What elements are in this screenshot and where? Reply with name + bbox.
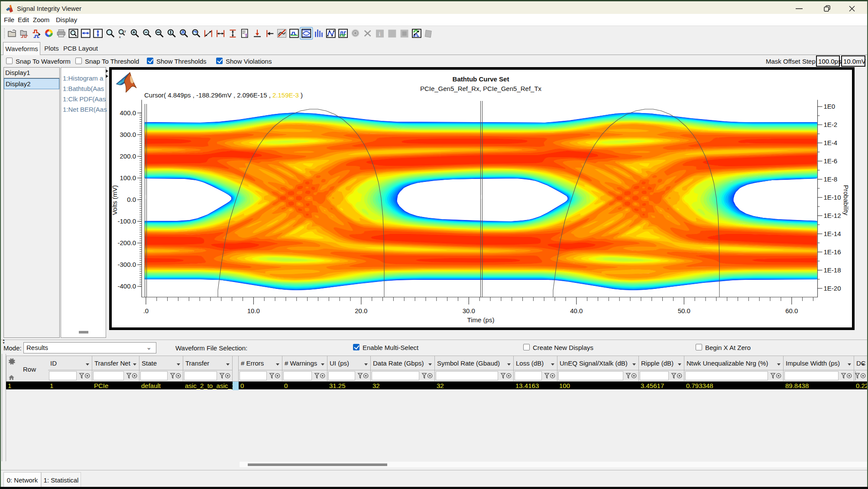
svg-text:-100.0: -100.0	[117, 217, 136, 225]
svg-text:1E-8: 1E-8	[824, 175, 838, 183]
svg-text:-200.0: -200.0	[117, 239, 136, 246]
svg-text:T: T	[245, 32, 248, 38]
svg-text:300.0: 300.0	[120, 131, 136, 138]
svg-text:x: x	[119, 35, 121, 39]
svg-text:60.0: 60.0	[785, 307, 798, 314]
svg-text:400.0: 400.0	[120, 109, 136, 117]
svg-text:10.0: 10.0	[247, 307, 260, 314]
svg-text:40.0: 40.0	[570, 307, 583, 314]
svg-text:1E0: 1E0	[824, 103, 836, 110]
svg-text:1E-18: 1E-18	[824, 266, 841, 274]
svg-text:Probability: Probability	[842, 185, 850, 216]
svg-text:100.0: 100.0	[120, 174, 136, 181]
svg-text:Time (ps): Time (ps)	[467, 316, 495, 324]
svg-text:i: i	[379, 31, 381, 37]
svg-text:30.0: 30.0	[463, 307, 475, 314]
svg-text:Volts (mV): Volts (mV)	[112, 185, 118, 215]
svg-text:-400.0: -400.0	[117, 282, 136, 290]
svg-text:1E-20: 1E-20	[824, 285, 841, 292]
svg-text:50.0: 50.0	[678, 307, 690, 314]
svg-text:-300.0: -300.0	[117, 261, 136, 268]
svg-text:1E-16: 1E-16	[824, 248, 841, 256]
svg-text:.0: .0	[143, 307, 149, 314]
svg-text:1E-6: 1E-6	[824, 157, 838, 165]
svg-text:y: y	[124, 29, 126, 33]
svg-text:0.0: 0.0	[127, 196, 136, 203]
svg-text:200.0: 200.0	[120, 152, 136, 160]
svg-text:1E-2: 1E-2	[824, 121, 838, 128]
svg-text:1E-4: 1E-4	[824, 139, 838, 146]
svg-text:1E-14: 1E-14	[824, 230, 841, 237]
svg-text:1E-10: 1E-10	[824, 194, 841, 201]
svg-text:20.0: 20.0	[355, 307, 367, 314]
svg-text:1E-12: 1E-12	[824, 212, 841, 219]
